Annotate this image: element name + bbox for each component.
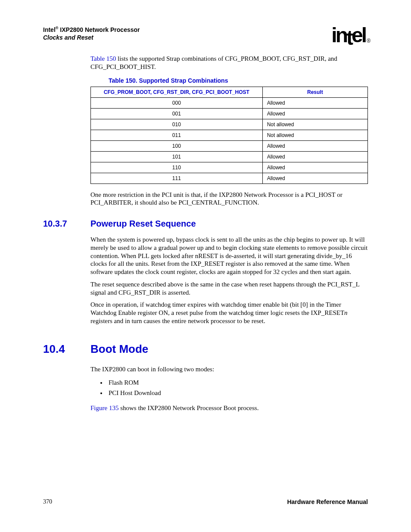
powerup-p3: Once in operation, if watchdog timer exp… <box>90 301 368 325</box>
result-cell: Allowed <box>262 97 367 108</box>
table-row: 101Allowed <box>91 151 368 162</box>
config-cell: 110 <box>91 162 263 173</box>
page-number: 370 <box>43 498 52 505</box>
pci-restriction-paragraph: One more restriction in the PCI unit is … <box>90 191 368 207</box>
header-section: Clocks and Reset <box>43 34 140 41</box>
result-cell: Not allowed <box>262 119 367 130</box>
table-150-link[interactable]: Table 150 <box>90 55 116 62</box>
intro-rest: lists the supported Strap combinations o… <box>90 55 337 70</box>
section-number: 10.3.7 <box>43 219 90 229</box>
strap-combinations-table: CFG_PROM_BOOT, CFG_RST_DIR, CFG_PCI_BOOT… <box>90 87 368 184</box>
section-title: Powerup Reset Sequence <box>90 219 196 229</box>
document-title: Hardware Reference Manual <box>287 498 368 505</box>
config-cell: 100 <box>91 140 263 151</box>
table-header-row: CFG_PROM_BOOT, CFG_RST_DIR, CFG_PCI_BOOT… <box>91 87 368 97</box>
config-cell: 010 <box>91 119 263 130</box>
section-10-3-7-heading: 10.3.7 Powerup Reset Sequence <box>43 219 368 229</box>
figure-135-link[interactable]: Figure 135 <box>90 404 118 411</box>
table-row: 111Allowed <box>91 173 368 184</box>
config-cell: 111 <box>91 173 263 184</box>
result-cell: Allowed <box>262 173 367 184</box>
powerup-p2: The reset sequence described above is th… <box>90 280 368 297</box>
intel-logo: intel® <box>331 26 368 44</box>
section-10-4-heading: 10.4 Boot Mode <box>43 342 368 356</box>
section-number: 10.4 <box>43 342 90 356</box>
running-header: Intel® IXP2800 Network Processor Clocks … <box>43 26 140 41</box>
header-product-prefix: Intel <box>43 26 56 33</box>
page-footer: 370 Hardware Reference Manual <box>43 498 368 505</box>
boot-intro: The IXP2800 can boot in following two mo… <box>90 365 368 373</box>
table-150-caption: Table 150. Supported Strap Combinations <box>109 77 368 84</box>
config-cell: 000 <box>91 97 263 108</box>
result-cell: Allowed <box>262 162 367 173</box>
boot-mode-list: Flash ROM PCI Host Download <box>90 377 368 398</box>
table-row: 100Allowed <box>91 140 368 151</box>
intro-paragraph: Table 150 lists the supported Strap comb… <box>90 55 368 71</box>
config-cell: 011 <box>91 130 263 140</box>
table-row: 000Allowed <box>91 97 368 108</box>
result-cell: Allowed <box>262 151 367 162</box>
result-cell: Allowed <box>262 140 367 151</box>
figure-ref-paragraph: Figure 135 shows the IXP2800 Network Pro… <box>90 404 368 412</box>
table-row: 010Not allowed <box>91 119 368 130</box>
list-item: Flash ROM <box>107 377 368 388</box>
table-header-config: CFG_PROM_BOOT, CFG_RST_DIR, CFG_PCI_BOOT… <box>91 87 263 97</box>
table-row: 001Allowed <box>91 108 368 119</box>
config-cell: 101 <box>91 151 263 162</box>
result-cell: Not allowed <box>262 130 367 140</box>
table-row: 110Allowed <box>91 162 368 173</box>
list-item: PCI Host Download <box>107 388 368 398</box>
table-header-result: Result <box>262 87 367 97</box>
table-row: 011Not allowed <box>91 130 368 140</box>
header-product-rest: IXP2800 Network Processor <box>58 26 140 33</box>
section-title: Boot Mode <box>90 342 148 356</box>
powerup-p1: When the system is powered up, bypass cl… <box>90 236 368 276</box>
result-cell: Allowed <box>262 108 367 119</box>
config-cell: 001 <box>91 108 263 119</box>
